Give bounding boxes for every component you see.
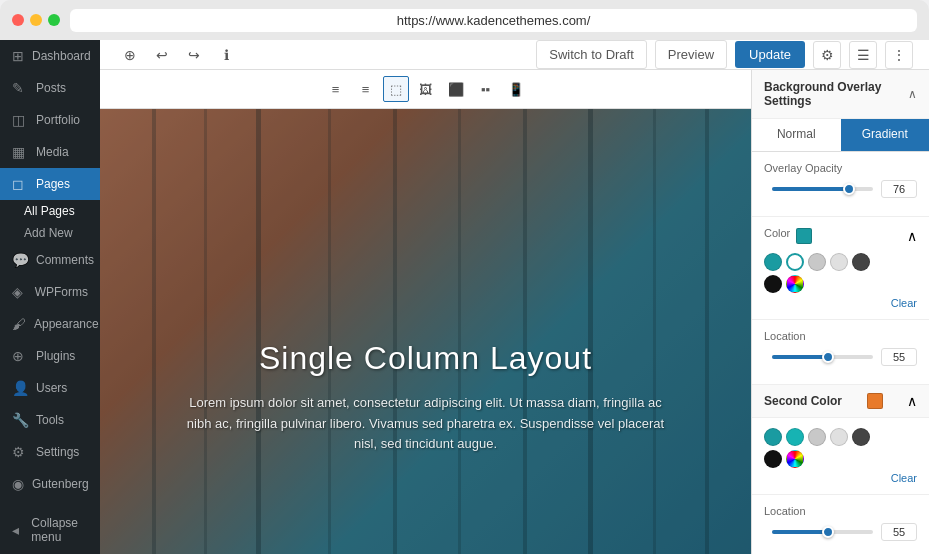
undo-button[interactable]: ↩ [148, 41, 176, 69]
sidebar-item-media[interactable]: ▦ Media [0, 136, 100, 168]
sidebar-item-wpforms[interactable]: ◈ WPForms [0, 276, 100, 308]
block-toolbar: ≡ ≡ ⬚ 🖼 ⬛ ▪▪ 📱 [100, 70, 751, 109]
second-color-header: Second Color ∧ [752, 385, 929, 418]
second-color-swatch[interactable] [867, 393, 883, 409]
color-swatch-teal[interactable] [764, 253, 782, 271]
sidebar-item-appearance[interactable]: 🖌 Appearance [0, 308, 100, 340]
all-pages-label: All Pages [24, 204, 75, 218]
color-swatch-rainbow[interactable] [786, 275, 804, 293]
add-block-button[interactable]: ⊕ [116, 41, 144, 69]
dot-green[interactable] [48, 14, 60, 26]
color-section: Color ∧ Clear [752, 217, 929, 320]
info-button[interactable]: ℹ [212, 41, 240, 69]
sidebar-label-posts: Posts [36, 81, 66, 95]
location-thumb[interactable] [822, 351, 834, 363]
second-location-section: Location [752, 495, 929, 554]
second-color-swatch-rainbow[interactable] [786, 450, 804, 468]
second-color-swatch-dark[interactable] [852, 428, 870, 446]
update-button[interactable]: Update [735, 41, 805, 68]
color-swatch-outlined[interactable] [786, 253, 804, 271]
posts-icon: ✎ [12, 80, 28, 96]
opacity-input[interactable]: 76 [881, 180, 917, 198]
hero-title: Single Column Layout [176, 340, 676, 377]
sidebar-item-settings[interactable]: ⚙ Settings [0, 436, 100, 468]
media-icon: ▦ [12, 144, 28, 160]
location-input[interactable] [881, 348, 917, 366]
dot-yellow[interactable] [30, 14, 42, 26]
redo-button[interactable]: ↪ [180, 41, 208, 69]
sidebar-item-posts[interactable]: ✎ Posts [0, 72, 100, 104]
second-location-input[interactable] [881, 523, 917, 541]
sidebar-item-gutenberg[interactable]: ◉ Gutenberg [0, 468, 100, 500]
canvas: Single Column Layout Lorem ipsum dolor s… [100, 109, 751, 554]
align-center-button[interactable]: ≡ [353, 76, 379, 102]
more-options-button[interactable]: ⋮ [885, 41, 913, 69]
second-color-swatches-row2 [764, 450, 917, 468]
second-color-swatch-black[interactable] [764, 450, 782, 468]
collapse-icon: ◂ [12, 522, 23, 538]
image-button[interactable]: 🖼 [413, 76, 439, 102]
collapse-label: Collapse menu [31, 516, 88, 544]
sidebar-label-comments: Comments [36, 253, 94, 267]
location-slider[interactable] [772, 355, 873, 359]
color-primary-swatch[interactable] [796, 228, 812, 244]
plugins-icon: ⊕ [12, 348, 28, 364]
second-color-swatch-teal[interactable] [764, 428, 782, 446]
dot-red[interactable] [12, 14, 24, 26]
columns-button[interactable]: ▪▪ [473, 76, 499, 102]
sidebar-item-plugins[interactable]: ⊕ Plugins [0, 340, 100, 372]
editor-area: ≡ ≡ ⬚ 🖼 ⬛ ▪▪ 📱 [100, 70, 929, 554]
sidebar-item-tools[interactable]: 🔧 Tools [0, 404, 100, 436]
location-track [772, 355, 828, 359]
second-color-expand-button[interactable]: ∧ [907, 393, 917, 409]
block-editor: ≡ ≡ ⬚ 🖼 ⬛ ▪▪ 📱 [100, 70, 751, 554]
switch-draft-button[interactable]: Switch to Draft [536, 40, 647, 69]
color-swatches-row2 [764, 275, 917, 293]
opacity-row: 76 [764, 180, 917, 198]
second-color-swatch-cyan[interactable] [786, 428, 804, 446]
settings-icon: ⚙ [12, 444, 28, 460]
column-view-button[interactable]: ☰ [849, 41, 877, 69]
browser-url[interactable]: https://www.kadencethemes.com/ [70, 9, 917, 32]
color-swatch-light-gray[interactable] [808, 253, 826, 271]
second-location-slider[interactable] [772, 530, 873, 534]
sidebar-collapse[interactable]: ◂ Collapse menu [0, 508, 100, 552]
color-clear-link[interactable]: Clear [764, 297, 917, 309]
sidebar-item-comments[interactable]: 💬 Comments [0, 244, 100, 276]
sidebar-item-pages[interactable]: ◻ Pages [0, 168, 100, 200]
preview-button[interactable]: Preview [655, 40, 727, 69]
color-swatch-black[interactable] [764, 275, 782, 293]
table-button[interactable]: ⬛ [443, 76, 469, 102]
second-color-title: Second Color [764, 394, 842, 408]
gear-button[interactable]: ⚙ [813, 41, 841, 69]
browser-dots [12, 14, 60, 26]
sidebar-label-media: Media [36, 145, 69, 159]
sidebar-item-users[interactable]: 👤 Users [0, 372, 100, 404]
opacity-thumb[interactable] [843, 183, 855, 195]
second-color-swatch-light-gray[interactable] [808, 428, 826, 446]
sidebar-item-portfolio[interactable]: ◫ Portfolio [0, 104, 100, 136]
second-color-clear-link[interactable]: Clear [764, 472, 917, 484]
color-swatch-dark[interactable] [852, 253, 870, 271]
tab-normal[interactable]: Normal [752, 119, 841, 151]
sidebar-item-dashboard[interactable]: ⊞ Dashboard [0, 40, 100, 72]
sidebar-label-tools: Tools [36, 413, 64, 427]
mobile-button[interactable]: 📱 [503, 76, 529, 102]
panel-collapse-button[interactable]: ∧ [908, 87, 917, 101]
wpforms-icon: ◈ [12, 284, 27, 300]
color-expand-button[interactable]: ∧ [907, 228, 917, 244]
color-swatch-lighter-gray[interactable] [830, 253, 848, 271]
opacity-slider[interactable] [772, 187, 873, 191]
pages-icon: ◻ [12, 176, 28, 192]
location-section: Location [752, 320, 929, 385]
sidebar-sub-add-new[interactable]: Add New [0, 222, 100, 244]
second-location-thumb[interactable] [822, 526, 834, 538]
wide-width-button[interactable]: ⬚ [383, 76, 409, 102]
sidebar-label-portfolio: Portfolio [36, 113, 80, 127]
sidebar-sub-all-pages[interactable]: All Pages [0, 200, 100, 222]
align-left-button[interactable]: ≡ [323, 76, 349, 102]
second-color-swatch-lighter-gray[interactable] [830, 428, 848, 446]
tab-gradient[interactable]: Gradient [841, 119, 930, 151]
right-panel: Background Overlay Settings ∧ Normal Gra… [751, 70, 929, 554]
second-location-track [772, 530, 828, 534]
